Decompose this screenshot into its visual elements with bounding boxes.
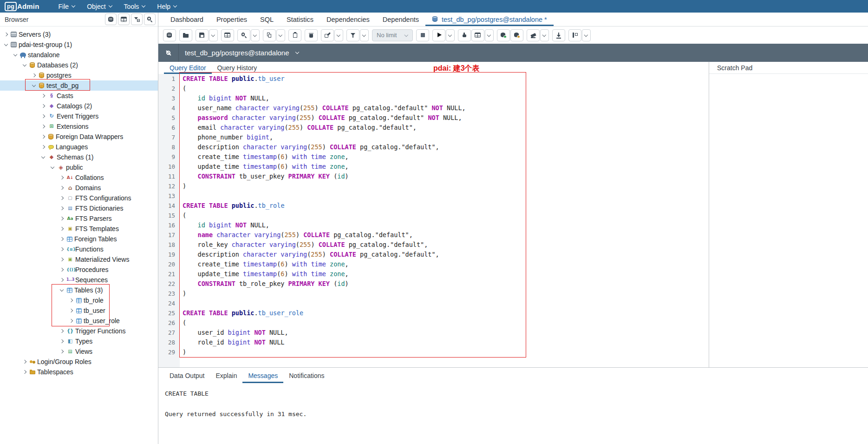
expand-arrow-icon[interactable] bbox=[59, 338, 65, 345]
filter-button[interactable] bbox=[346, 29, 359, 41]
tab-test-db-pg-postgres-standalone[interactable]: test_db_pg/postgres@standalone * bbox=[425, 13, 554, 26]
edit-button[interactable] bbox=[321, 29, 334, 41]
explain-options-button[interactable] bbox=[485, 29, 494, 41]
tree-item-standalone[interactable]: standalone bbox=[0, 50, 158, 60]
tree-item-foreign-data-wrappers[interactable]: Foreign Data Wrappers bbox=[0, 132, 158, 142]
tree-item-tb-role[interactable]: tb_role bbox=[0, 295, 158, 305]
menu-file[interactable]: File bbox=[52, 0, 81, 13]
tree-item-trigger-functions[interactable]: {}Trigger Functions bbox=[0, 326, 158, 336]
tree-item-extensions[interactable]: ⊞Extensions bbox=[0, 121, 158, 132]
expand-arrow-icon[interactable] bbox=[40, 113, 46, 119]
menu-help[interactable]: Help bbox=[151, 0, 183, 13]
view-data-button[interactable] bbox=[118, 13, 130, 25]
sql-code[interactable]: CREATE TABLE public.tb_user( id bigint N… bbox=[180, 74, 709, 367]
collapse-arrow-icon[interactable] bbox=[12, 52, 19, 58]
tree-item-postgres[interactable]: postgres bbox=[0, 70, 158, 80]
connection-bar[interactable]: test_db_pg/postgres@standalone bbox=[158, 44, 868, 62]
tab-dependencies[interactable]: Dependencies bbox=[320, 13, 376, 26]
expand-arrow-icon[interactable] bbox=[59, 185, 65, 191]
expand-arrow-icon[interactable] bbox=[59, 195, 65, 201]
tree-item-pdai-test-group-1[interactable]: pdai-test-group (1) bbox=[0, 40, 158, 50]
menu-object[interactable]: Object bbox=[81, 0, 117, 13]
rollback-button[interactable] bbox=[510, 29, 523, 41]
tree-item-views[interactable]: ▤Views bbox=[0, 346, 158, 357]
tree-item-fts-templates[interactable]: ▣FTS Templates bbox=[0, 224, 158, 234]
save-options-button[interactable] bbox=[209, 29, 218, 41]
tree-item-fts-configurations[interactable]: ▢FTS Configurations bbox=[0, 193, 158, 203]
tab-dependents[interactable]: Dependents bbox=[376, 13, 425, 26]
find-options-button[interactable] bbox=[251, 29, 260, 41]
tree-item-procedures[interactable]: {()}Procedures bbox=[0, 265, 158, 275]
tab-query-editor[interactable]: Query Editor bbox=[164, 62, 212, 74]
collapse-arrow-icon[interactable] bbox=[59, 287, 65, 293]
collapse-arrow-icon[interactable] bbox=[49, 164, 56, 171]
tree-item-collations[interactable]: A↓Collations bbox=[0, 172, 158, 183]
tab-notifications[interactable]: Notifications bbox=[283, 368, 330, 383]
tree-item-tables-3[interactable]: Tables (3) bbox=[0, 285, 158, 295]
collapse-arrow-icon[interactable] bbox=[21, 62, 28, 68]
clear-options-button[interactable] bbox=[540, 29, 549, 41]
expand-arrow-icon[interactable] bbox=[21, 358, 28, 365]
expand-arrow-icon[interactable] bbox=[59, 174, 65, 181]
find-button[interactable] bbox=[237, 29, 250, 41]
expand-arrow-icon[interactable] bbox=[59, 266, 65, 273]
tree-item-sequences[interactable]: 1..3Sequences bbox=[0, 275, 158, 285]
expand-arrow-icon[interactable] bbox=[59, 328, 65, 334]
expand-arrow-icon[interactable] bbox=[68, 307, 74, 314]
expand-arrow-icon[interactable] bbox=[68, 297, 74, 304]
expand-arrow-icon[interactable] bbox=[59, 225, 65, 232]
tree-item-tb-user[interactable]: tb_user bbox=[0, 305, 158, 316]
tree-item-catalogs-2[interactable]: ◆Catalogs (2) bbox=[0, 101, 158, 111]
collapse-arrow-icon[interactable] bbox=[3, 41, 9, 48]
tree-item-event-triggers[interactable]: ↻Event Triggers bbox=[0, 111, 158, 121]
tree-item-servers-3[interactable]: Servers (3) bbox=[0, 29, 158, 40]
collapse-arrow-icon[interactable] bbox=[31, 82, 37, 89]
expand-arrow-icon[interactable] bbox=[59, 348, 65, 355]
tree-item-fts-dictionaries[interactable]: ▤FTS Dictionaries bbox=[0, 203, 158, 213]
explain-button[interactable] bbox=[458, 29, 471, 41]
tree-item-schemas-1[interactable]: ◆Schemas (1) bbox=[0, 152, 158, 162]
expand-arrow-icon[interactable] bbox=[3, 31, 9, 38]
tree-item-tablespaces[interactable]: Tablespaces bbox=[0, 367, 158, 377]
expand-arrow-icon[interactable] bbox=[21, 369, 28, 375]
save-button[interactable] bbox=[196, 29, 209, 41]
paste-button[interactable] bbox=[288, 29, 301, 41]
open-file-button[interactable] bbox=[179, 29, 192, 41]
execute-options-button[interactable] bbox=[446, 29, 455, 41]
commit-button[interactable] bbox=[497, 29, 510, 41]
tree-item-functions[interactable]: {≡}Functions bbox=[0, 244, 158, 254]
tab-properties[interactable]: Properties bbox=[210, 13, 254, 26]
tree-item-languages[interactable]: Languages bbox=[0, 142, 158, 152]
macros-options-button[interactable] bbox=[582, 29, 591, 41]
scratch-pad-editor[interactable] bbox=[709, 74, 868, 367]
copy-button[interactable] bbox=[263, 29, 276, 41]
expand-arrow-icon[interactable] bbox=[59, 236, 65, 242]
menu-tools[interactable]: Tools bbox=[118, 0, 151, 13]
tab-explain[interactable]: Explain bbox=[210, 368, 243, 383]
tree-item-foreign-tables[interactable]: Foreign Tables bbox=[0, 234, 158, 244]
tree-item-public[interactable]: ◈public bbox=[0, 162, 158, 172]
tree-item-domains[interactable]: ⌂Domains bbox=[0, 183, 158, 193]
stop-button[interactable] bbox=[416, 29, 429, 41]
expand-arrow-icon[interactable] bbox=[59, 256, 65, 263]
macros-button[interactable] bbox=[568, 29, 581, 41]
edit-options-button[interactable] bbox=[334, 29, 343, 41]
expand-arrow-icon[interactable] bbox=[40, 103, 46, 109]
quick-connect-button[interactable] bbox=[105, 13, 117, 25]
tree-item-fts-parsers[interactable]: AaFTS Parsers bbox=[0, 213, 158, 224]
tab-messages[interactable]: Messages bbox=[242, 368, 283, 383]
tree-item-test-db-pg[interactable]: test_db_pg bbox=[0, 80, 158, 91]
tab-sql[interactable]: SQL bbox=[254, 13, 280, 26]
explain-analyze-button[interactable] bbox=[471, 29, 484, 41]
expand-arrow-icon[interactable] bbox=[31, 72, 37, 79]
edit-grid-button[interactable] bbox=[221, 29, 234, 41]
expand-arrow-icon[interactable] bbox=[40, 123, 46, 130]
tab-dashboard[interactable]: Dashboard bbox=[164, 13, 210, 26]
tree-item-materialized-views[interactable]: ▣Materialized Views bbox=[0, 254, 158, 265]
row-limit-select[interactable]: No limit bbox=[372, 29, 413, 41]
expand-arrow-icon[interactable] bbox=[40, 93, 46, 99]
query-tool-button[interactable] bbox=[163, 29, 176, 41]
expand-arrow-icon[interactable] bbox=[59, 205, 65, 212]
execute-button[interactable] bbox=[432, 29, 445, 41]
filtered-rows-button[interactable] bbox=[131, 13, 143, 25]
